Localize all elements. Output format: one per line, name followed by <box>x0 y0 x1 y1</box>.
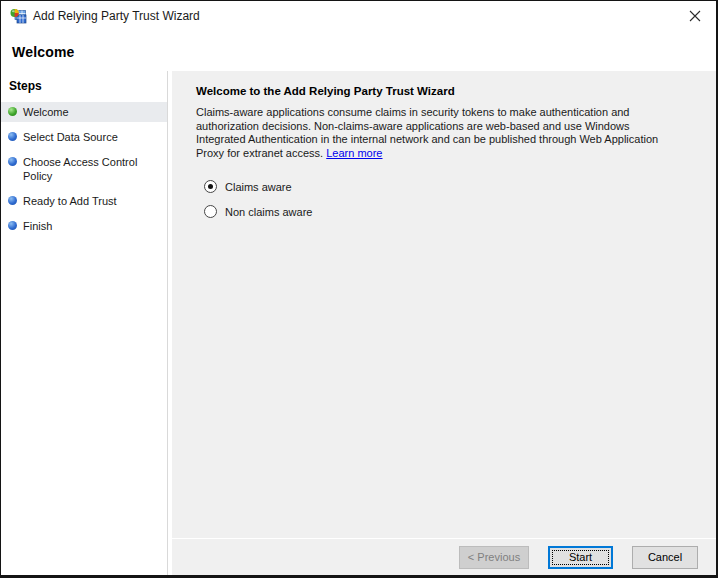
previous-button[interactable]: < Previous <box>459 546 529 569</box>
content-pane: Welcome to the Add Relying Party Trust W… <box>172 71 716 575</box>
learn-more-link[interactable]: Learn more <box>326 147 382 159</box>
step-label: Choose Access Control Policy <box>23 155 155 183</box>
step-item-select-data-source: Select Data Source <box>1 127 167 147</box>
close-button[interactable] <box>684 5 706 27</box>
description-paragraph: Claims-aware applications consume claims… <box>196 106 692 160</box>
page-header: Welcome <box>1 31 716 71</box>
description-line: Claims-aware applications consume claims… <box>196 106 692 120</box>
step-bullet-icon <box>8 132 17 141</box>
close-icon <box>689 10 701 22</box>
step-bullet-icon <box>8 196 17 205</box>
content-heading: Welcome to the Add Relying Party Trust W… <box>196 85 692 97</box>
radio-row-claims-aware[interactable]: Claims aware <box>204 174 692 199</box>
step-item-finish: Finish <box>1 216 167 236</box>
step-bullet-icon <box>8 221 17 230</box>
description-line-last: Proxy for extranet access. Learn more <box>196 147 692 161</box>
title-bar: Add Relying Party Trust Wizard <box>1 1 716 31</box>
description-line: Integrated Authentication in the interna… <box>196 133 692 147</box>
wizard-window: Add Relying Party Trust Wizard Welcome S… <box>0 0 718 578</box>
claims-aware-radio[interactable] <box>204 180 217 193</box>
step-item-choose-access-control-policy: Choose Access Control Policy <box>1 152 167 186</box>
description-line-text: Proxy for extranet access. <box>196 147 323 159</box>
step-label: Select Data Source <box>23 130 118 144</box>
step-label: Ready to Add Trust <box>23 194 117 208</box>
steps-header: Steps <box>1 77 167 102</box>
adfs-wizard-icon <box>10 8 27 25</box>
steps-list: Welcome Select Data Source Choose Access… <box>1 102 167 236</box>
step-item-ready-to-add-trust: Ready to Add Trust <box>1 191 167 211</box>
application-type-radio-group: Claims aware Non claims aware <box>196 174 692 224</box>
radio-row-non-claims-aware[interactable]: Non claims aware <box>204 199 692 224</box>
non-claims-aware-radio-label: Non claims aware <box>225 206 312 218</box>
window-title: Add Relying Party Trust Wizard <box>33 9 200 23</box>
button-bar: < Previous Start Cancel <box>172 538 716 575</box>
non-claims-aware-radio[interactable] <box>204 205 217 218</box>
step-bullet-icon <box>8 157 17 166</box>
step-label: Finish <box>23 219 52 233</box>
current-step-bullet-icon <box>8 107 17 116</box>
page-title: Welcome <box>12 44 716 60</box>
start-button[interactable]: Start <box>548 546 613 569</box>
wizard-body: Steps Welcome Select Data Source Choose … <box>1 71 716 575</box>
claims-aware-radio-label: Claims aware <box>225 181 292 193</box>
step-item-welcome: Welcome <box>1 102 167 122</box>
description-line: authorization decisions. Non-claims-awar… <box>196 120 692 134</box>
steps-sidebar: Steps Welcome Select Data Source Choose … <box>1 71 168 575</box>
cancel-button[interactable]: Cancel <box>632 546 698 569</box>
step-label: Welcome <box>23 105 69 119</box>
